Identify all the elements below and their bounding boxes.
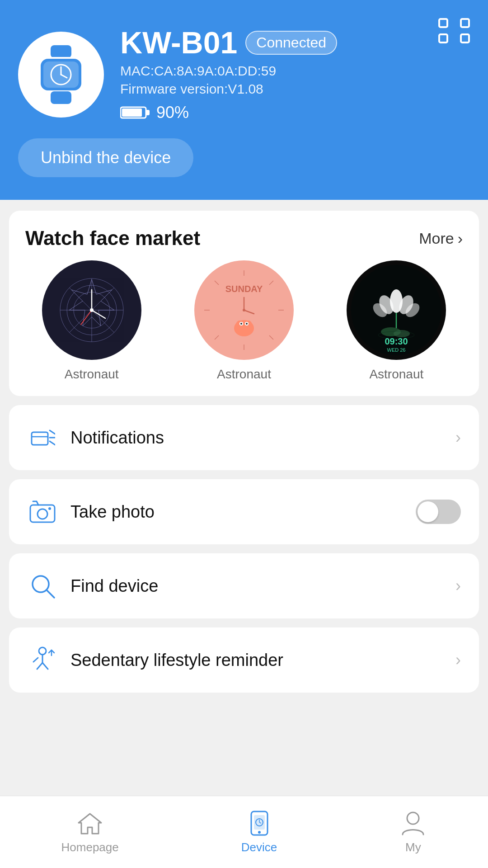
battery-percent: 90% [156, 103, 189, 122]
take-photo-card: Take photo [9, 479, 479, 544]
nav-device-label: Device [241, 840, 277, 854]
find-device-arrow: › [455, 576, 461, 595]
unbind-button[interactable]: Unbind the device [18, 138, 193, 177]
nav-homepage-label: Homepage [61, 840, 119, 854]
svg-point-65 [38, 509, 47, 519]
chevron-icon-2: › [455, 576, 461, 595]
sedentary-icon [27, 645, 58, 675]
nav-my-label: My [405, 840, 421, 854]
svg-rect-59 [32, 432, 48, 445]
svg-text:WED 26: WED 26 [387, 347, 406, 353]
svg-point-66 [48, 507, 51, 510]
svg-point-42 [240, 323, 242, 325]
more-chevron-icon: › [458, 230, 463, 247]
svg-rect-4 [51, 45, 71, 58]
svg-text:SUNDAY: SUNDAY [225, 284, 263, 294]
svg-line-63 [50, 441, 55, 445]
header: KW-B01 Connected MAC:CA:8A:9A:0A:DD:59 F… [0, 0, 488, 200]
svg-line-72 [42, 663, 48, 669]
sedentary-arrow: › [455, 651, 461, 670]
watch-face-market-title: Watch face market [25, 227, 200, 250]
watch-face-item-3[interactable]: 09:30 WED 26 Astronaut [325, 260, 468, 382]
device-mac: MAC:CA:8A:9A:0A:DD:59 [120, 63, 337, 79]
sedentary-item[interactable]: Sedentary lifestyle reminder › [9, 627, 479, 693]
home-icon [76, 810, 103, 837]
nav-my[interactable]: My [399, 810, 427, 854]
svg-rect-12 [122, 108, 142, 117]
content: Watch face market More › [0, 200, 488, 792]
notification-icon [27, 422, 58, 453]
svg-rect-13 [146, 110, 150, 115]
watch-face-item-2[interactable]: SUNDAY Astronaut [172, 260, 315, 382]
watch-faces-row: Astronaut [9, 260, 479, 396]
watch-face-market-card: Watch face market More › [9, 211, 479, 396]
device-icon [246, 810, 273, 837]
notifications-card[interactable]: Notifications › [9, 405, 479, 470]
svg-point-83 [407, 812, 419, 824]
svg-line-71 [37, 663, 42, 669]
svg-point-43 [246, 323, 248, 325]
nav-device[interactable]: Device [241, 810, 277, 854]
watch-face-label-2: Astronaut [217, 367, 271, 382]
svg-text:09:30: 09:30 [385, 336, 408, 346]
take-photo-item: Take photo [9, 479, 479, 544]
take-photo-label: Take photo [70, 502, 416, 522]
notifications-label: Notifications [70, 428, 455, 448]
watch-face-header: Watch face market More › [9, 211, 479, 260]
device-details: KW-B01 Connected MAC:CA:8A:9A:0A:DD:59 F… [120, 27, 337, 122]
watch-face-label-1: Astronaut [65, 367, 119, 382]
chevron-icon: › [455, 428, 461, 447]
notifications-item[interactable]: Notifications › [9, 405, 479, 470]
find-device-card[interactable]: Find device › [9, 553, 479, 618]
take-photo-toggle[interactable] [416, 500, 461, 524]
find-device-icon [27, 571, 58, 601]
toggle-knob [418, 501, 438, 522]
more-button[interactable]: More › [419, 230, 463, 247]
sedentary-reminder-card[interactable]: Sedentary lifestyle reminder › [9, 627, 479, 693]
watch-face-circle-3: 09:30 WED 26 [347, 260, 446, 360]
watch-avatar [18, 32, 104, 118]
chevron-icon-3: › [455, 651, 461, 670]
sedentary-label: Sedentary lifestyle reminder [70, 651, 455, 670]
watch-face-circle-2: SUNDAY [194, 260, 294, 360]
svg-rect-1 [439, 34, 447, 42]
connected-badge: Connected [245, 31, 337, 55]
find-device-item[interactable]: Find device › [9, 553, 479, 618]
svg-point-26 [90, 308, 94, 312]
scan-icon[interactable] [438, 18, 470, 43]
svg-point-79 [258, 831, 261, 834]
svg-line-61 [50, 430, 55, 434]
svg-rect-10 [51, 91, 71, 104]
svg-rect-2 [461, 19, 469, 27]
svg-point-46 [243, 309, 245, 311]
find-device-label: Find device [70, 576, 455, 596]
more-label: More [419, 230, 454, 247]
nav-homepage[interactable]: Homepage [61, 810, 119, 854]
svg-point-69 [39, 647, 46, 655]
watch-face-item-1[interactable]: Astronaut [20, 260, 163, 382]
device-info-row: KW-B01 Connected MAC:CA:8A:9A:0A:DD:59 F… [18, 27, 470, 122]
svg-rect-3 [461, 34, 469, 42]
profile-icon [399, 810, 427, 837]
notifications-arrow: › [455, 428, 461, 447]
battery-row: 90% [120, 103, 337, 122]
svg-line-73 [33, 658, 38, 662]
bottom-nav: Homepage Device My [0, 796, 488, 868]
take-photo-toggle-switch[interactable] [416, 500, 461, 524]
watch-face-label-3: Astronaut [369, 367, 423, 382]
svg-rect-0 [439, 19, 447, 27]
camera-icon [27, 496, 58, 527]
device-name: KW-B01 [120, 27, 237, 58]
battery-icon [120, 105, 150, 120]
device-firmware: Firmware version:V1.08 [120, 81, 337, 97]
watch-face-circle-1 [42, 260, 141, 360]
svg-line-68 [47, 590, 54, 598]
